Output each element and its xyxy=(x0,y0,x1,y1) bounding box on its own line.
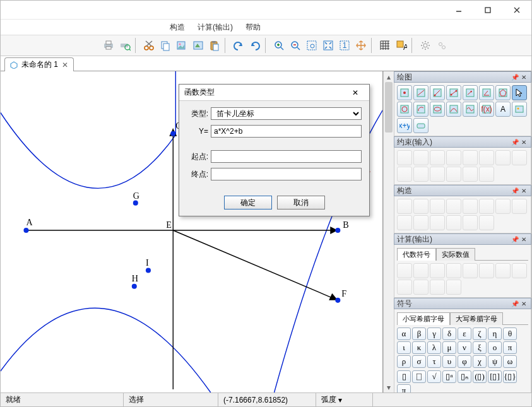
draw-line-icon[interactable] xyxy=(413,85,429,100)
pan-icon[interactable] xyxy=(353,38,369,53)
greek-ω[interactable]: ω xyxy=(503,355,517,368)
sym-matrix-icon[interactable]: ▯ xyxy=(397,370,411,383)
draw-locus-icon[interactable] xyxy=(463,102,478,117)
menu-compute[interactable]: 计算(输出) xyxy=(194,21,237,34)
m10-icon[interactable] xyxy=(413,280,429,295)
undo-icon[interactable] xyxy=(231,38,246,53)
sym-sup-icon[interactable]: ▯ⁿ xyxy=(442,370,456,383)
draw-polygon-icon[interactable] xyxy=(495,85,511,100)
m8-icon[interactable] xyxy=(512,263,527,278)
sym-frac-icon[interactable]: ⎕ xyxy=(412,370,426,383)
greek-ε[interactable]: ε xyxy=(458,327,471,340)
symbols-tab-upper[interactable]: 大写希腊字母 xyxy=(450,312,503,325)
close-icon[interactable]: ✕ xyxy=(519,73,528,81)
greek-β[interactable]: β xyxy=(412,327,426,340)
c5-icon[interactable] xyxy=(463,150,478,165)
greek-ο[interactable]: ο xyxy=(488,341,502,354)
s13-icon[interactable] xyxy=(463,215,478,230)
pin-icon[interactable]: 📌 xyxy=(511,235,519,244)
c11-icon[interactable] xyxy=(430,167,445,182)
pin-icon[interactable]: 📌 xyxy=(511,299,519,308)
settings2-icon[interactable] xyxy=(434,38,449,53)
scroll-thumb[interactable] xyxy=(385,82,393,133)
menu-construct[interactable]: 构造 xyxy=(166,21,189,34)
y-input[interactable] xyxy=(211,125,362,138)
draw-button-icon[interactable] xyxy=(413,118,429,133)
document-tab[interactable]: 未命名的 1 ✕ xyxy=(4,57,74,71)
draw-vector-icon[interactable] xyxy=(463,85,478,100)
greek-ζ[interactable]: ζ xyxy=(473,327,487,340)
s6-icon[interactable] xyxy=(479,199,494,214)
draw-text-icon[interactable]: A xyxy=(495,102,511,117)
greek-μ[interactable]: μ xyxy=(442,341,456,354)
print-preview-icon[interactable] xyxy=(117,38,133,53)
greek-φ[interactable]: φ xyxy=(458,355,471,368)
menu-help[interactable]: 帮助 xyxy=(242,21,264,34)
pin-icon[interactable]: 📌 xyxy=(511,186,519,195)
s14-icon[interactable] xyxy=(479,215,494,230)
cursor-icon[interactable] xyxy=(512,85,527,100)
s4-icon[interactable] xyxy=(446,199,461,214)
m12-icon[interactable] xyxy=(446,280,461,295)
s9-icon[interactable] xyxy=(397,215,412,230)
panel-compute-header[interactable]: 计算(输出) 📌 ✕ xyxy=(394,233,531,245)
zoom-out-icon[interactable] xyxy=(288,38,303,53)
greek-σ[interactable]: σ xyxy=(412,355,426,368)
sym-sub-icon[interactable]: ▯ₙ xyxy=(458,370,471,383)
close-icon[interactable]: ✕ xyxy=(519,138,528,146)
start-input[interactable] xyxy=(211,150,362,163)
paste-icon[interactable] xyxy=(207,38,222,53)
cut-icon[interactable] xyxy=(141,38,157,53)
greek-υ[interactable]: υ xyxy=(442,355,456,368)
settings-icon[interactable] xyxy=(418,38,433,53)
s8-icon[interactable] xyxy=(512,199,527,214)
scroll-up-icon[interactable]: ▴ xyxy=(384,71,394,82)
drawing-canvas[interactable]: A B C E F G H I 函数类型 ✕ 类型: xyxy=(1,71,383,392)
draw-function-icon[interactable]: f(x) xyxy=(479,102,494,117)
greek-ν[interactable]: ν xyxy=(458,341,471,354)
panel-draw-header[interactable]: 绘图 📌 ✕ xyxy=(394,71,531,83)
m5-icon[interactable] xyxy=(463,263,478,278)
greek-ξ[interactable]: ξ xyxy=(473,341,487,354)
greek-γ[interactable]: γ xyxy=(427,327,441,340)
s12-icon[interactable] xyxy=(446,215,461,230)
greek-ρ[interactable]: ρ xyxy=(397,355,411,368)
pin-icon[interactable]: 📌 xyxy=(511,138,519,146)
c10-icon[interactable] xyxy=(413,167,429,182)
draw-circle-icon[interactable] xyxy=(397,102,412,117)
panel-construct-header[interactable]: 构造 📌 ✕ xyxy=(394,185,531,196)
s7-icon[interactable] xyxy=(495,199,511,214)
compute-tab-numeric[interactable]: 实际数值 xyxy=(436,248,475,261)
s10-icon[interactable] xyxy=(413,215,429,230)
minimize-button[interactable] xyxy=(444,1,473,20)
s11-icon[interactable] xyxy=(430,215,445,230)
redo-icon[interactable] xyxy=(247,38,263,53)
greek-κ[interactable]: κ xyxy=(412,341,426,354)
greek-τ[interactable]: τ xyxy=(427,355,441,368)
dialog-close-icon[interactable]: ✕ xyxy=(346,86,364,99)
sym-brace-icon[interactable]: {▯} xyxy=(503,370,517,383)
greek-θ[interactable]: θ xyxy=(503,327,517,340)
c8-icon[interactable] xyxy=(512,150,527,165)
status-angle-mode[interactable]: 弧度 ▾ xyxy=(316,393,373,406)
greek-ψ[interactable]: ψ xyxy=(488,355,502,368)
greek-α[interactable]: α xyxy=(397,327,411,340)
copy-emf-icon[interactable] xyxy=(191,38,206,53)
canvas-scrollbar[interactable]: ▴ ▾ xyxy=(383,71,394,392)
panel-symbols-header[interactable]: 符号 📌 ✕ xyxy=(394,298,531,309)
close-icon[interactable]: ✕ xyxy=(519,235,528,244)
draw-conic-icon[interactable] xyxy=(446,102,461,117)
s5-icon[interactable] xyxy=(463,199,478,214)
draw-ray-icon[interactable] xyxy=(430,85,445,100)
c1-icon[interactable] xyxy=(397,150,412,165)
copy-icon[interactable] xyxy=(158,38,173,53)
c13-icon[interactable] xyxy=(463,167,478,182)
m11-icon[interactable] xyxy=(430,280,445,295)
c2-icon[interactable] xyxy=(413,150,429,165)
pin-icon[interactable]: 📌 xyxy=(511,73,519,81)
end-input[interactable] xyxy=(211,168,362,180)
c7-icon[interactable] xyxy=(495,150,511,165)
draw-segment-icon[interactable] xyxy=(446,85,461,100)
c12-icon[interactable] xyxy=(446,167,461,182)
greek-ι[interactable]: ι xyxy=(397,341,411,354)
